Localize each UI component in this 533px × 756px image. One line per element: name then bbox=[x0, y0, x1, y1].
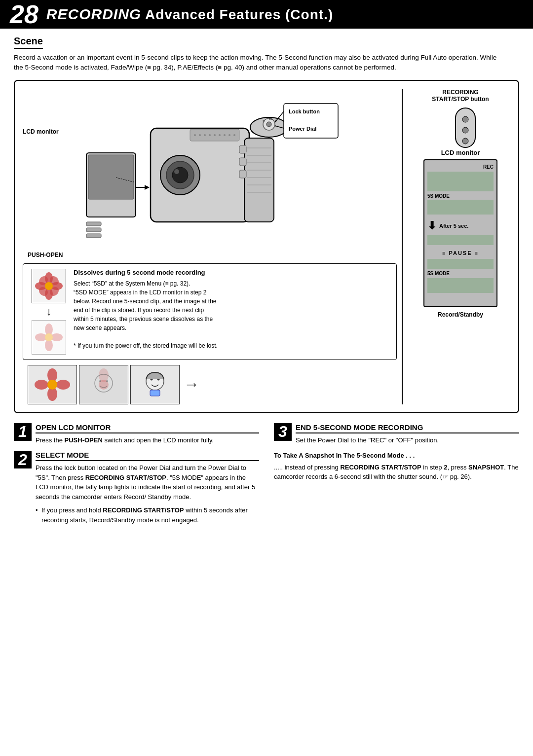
step-3: 3 END 5-SECOND MODE RECORDING Set the Po… bbox=[274, 423, 519, 445]
diagram-right: RECORDING START/STOP button LCD monitor … bbox=[402, 89, 510, 404]
svg-point-65 bbox=[56, 380, 70, 390]
bottom-image-dissolve bbox=[79, 365, 128, 404]
svg-marker-5 bbox=[145, 185, 150, 190]
camcorder-svg: S 5S A T Lock button Power Dial bbox=[23, 89, 397, 256]
page-header: 28 RECORDING Advanced Features (Cont.) bbox=[0, 0, 533, 29]
svg-rect-4 bbox=[86, 234, 101, 238]
step-3-content: END 5-SECOND MODE RECORDING Set the Powe… bbox=[296, 423, 519, 445]
dissolve-arrow: ↓ bbox=[46, 305, 52, 318]
lcd-gray-block-4 bbox=[427, 259, 494, 269]
bottom-image-flower bbox=[28, 365, 77, 404]
recording-label-area: RECORDING START/STOP button bbox=[411, 89, 510, 104]
step-1-title: OPEN LCD MONITOR bbox=[36, 423, 259, 433]
svg-point-21 bbox=[199, 134, 201, 136]
svg-point-79 bbox=[462, 138, 468, 144]
lcd-panel: REC 5S MODE ⬇ After 5 sec. ≡ PAUSE ≡ 5S … bbox=[423, 159, 497, 307]
lcd-5smode-bottom: 5S MODE bbox=[427, 271, 494, 276]
svg-point-78 bbox=[462, 127, 468, 133]
steps-container: 1 OPEN LCD MONITOR Press the PUSH-OPEN s… bbox=[14, 423, 519, 531]
after-5sec-label: After 5 sec. bbox=[439, 223, 468, 229]
rec-button-graphic bbox=[446, 106, 475, 145]
step-1-number: 1 bbox=[14, 423, 32, 441]
dissolves-note: * If you turn the power off, the stored … bbox=[74, 342, 218, 349]
svg-point-77 bbox=[462, 116, 468, 122]
svg-point-38 bbox=[266, 122, 271, 127]
step-2-title: SELECT MODE bbox=[36, 451, 259, 461]
dissolves-line1: Select “5SD” at the System Menu (≡ pg. 3… bbox=[74, 280, 190, 287]
bottom-images-row: → bbox=[23, 365, 199, 404]
step-3-number: 3 bbox=[274, 423, 292, 441]
dissolves-line3: below. Record one 5-second clip, and the… bbox=[74, 298, 217, 305]
dissolves-box: ↓ Dissolves during 5 second mode bbox=[23, 263, 397, 360]
svg-text:Lock button: Lock button bbox=[289, 108, 320, 114]
svg-point-70 bbox=[99, 380, 101, 382]
svg-point-27 bbox=[228, 134, 230, 136]
record-standby-label: Record/Standby bbox=[411, 311, 510, 318]
lcd-pause-text: ≡ PAUSE ≡ bbox=[427, 250, 494, 256]
dissolves-text-area: Dissolves during 5 second mode recording… bbox=[74, 269, 390, 355]
svg-rect-1 bbox=[88, 155, 134, 199]
diagram-box: LCD monitor bbox=[14, 80, 519, 413]
steps-left: 1 OPEN LCD MONITOR Press the PUSH-OPEN s… bbox=[14, 423, 259, 531]
step-1-content: OPEN LCD MONITOR Press the PUSH-OPEN swi… bbox=[36, 423, 259, 445]
step-1-body: Press the PUSH-OPEN switch and open the … bbox=[36, 435, 259, 445]
lcd-gray-block-3 bbox=[427, 235, 494, 245]
svg-point-20 bbox=[194, 134, 196, 136]
svg-rect-29 bbox=[239, 145, 246, 153]
step-2-body: Press the lock button located on the Pow… bbox=[36, 463, 259, 502]
lcd-monitor-right-label: LCD monitor bbox=[411, 149, 510, 156]
svg-point-66 bbox=[47, 380, 57, 390]
dissolves-body: Select “5SD” at the System Menu (≡ pg. 3… bbox=[74, 279, 390, 350]
snapshot-body: ..... instead of pressing RECORDING STAR… bbox=[274, 463, 519, 482]
svg-point-25 bbox=[219, 134, 221, 136]
arrow-right-indicator: → bbox=[184, 375, 199, 394]
flower-image-faded bbox=[32, 320, 66, 355]
lcd-after-5sec: ⬇ After 5 sec. bbox=[427, 219, 494, 232]
svg-rect-30 bbox=[239, 158, 246, 166]
svg-text:S: S bbox=[263, 120, 265, 123]
lcd-gray-block-5 bbox=[427, 278, 494, 293]
lcd-gray-block-1 bbox=[427, 172, 494, 191]
dissolves-line2: “5SD MODE” appears in the LCD monitor in… bbox=[74, 289, 206, 296]
recording-start-stop-text: RECORDING START/STOP button bbox=[411, 89, 510, 103]
diagram-left: LCD monitor bbox=[23, 89, 397, 404]
flower-image-top bbox=[32, 269, 66, 303]
header-title-regular: Advanced Features (Cont.) bbox=[141, 7, 333, 22]
step-1: 1 OPEN LCD MONITOR Press the PUSH-OPEN s… bbox=[14, 423, 259, 445]
snapshot-title: To Take A Snapshot In The 5-Second Mode … bbox=[274, 451, 519, 461]
svg-point-28 bbox=[233, 134, 235, 136]
camcorder-area: S 5S A T Lock button Power Dial bbox=[23, 89, 397, 256]
bottom-image-character bbox=[130, 365, 180, 404]
svg-point-22 bbox=[204, 134, 206, 136]
step-2-bullet: If you press and hold RECORDING START/ST… bbox=[36, 505, 259, 525]
recording-label: RECORDING START/STOP button bbox=[411, 89, 510, 103]
svg-point-23 bbox=[209, 134, 211, 136]
step-2-content: SELECT MODE Press the lock button locate… bbox=[36, 451, 259, 525]
lcd-5smode-top: 5S MODE bbox=[427, 193, 494, 199]
svg-rect-75 bbox=[150, 390, 160, 396]
svg-rect-3 bbox=[86, 228, 101, 232]
svg-point-24 bbox=[214, 134, 216, 136]
svg-point-64 bbox=[35, 380, 48, 390]
header-title-italic: RECORDING bbox=[46, 6, 141, 22]
svg-rect-11 bbox=[244, 138, 274, 222]
steps-right: 3 END 5-SECOND MODE RECORDING Set the Po… bbox=[274, 423, 519, 531]
lcd-rec-text: REC bbox=[427, 164, 494, 170]
header-title: RECORDING Advanced Features (Cont.) bbox=[46, 6, 333, 23]
svg-point-10 bbox=[174, 169, 179, 174]
dissolves-line5: within 5 minutes, the previous scene dis… bbox=[74, 316, 213, 323]
step-3-title: END 5-SECOND MODE RECORDING bbox=[296, 423, 519, 433]
svg-text:Power Dial: Power Dial bbox=[289, 126, 316, 132]
svg-point-26 bbox=[224, 134, 226, 136]
scene-heading: Scene bbox=[14, 36, 43, 49]
svg-text:5S: 5S bbox=[269, 117, 272, 120]
svg-point-54 bbox=[45, 282, 53, 290]
step-3-body: Set the Power Dial to the "REC" or "OFF"… bbox=[296, 435, 519, 445]
dissolves-line4: end of the clip is stored. If you record… bbox=[74, 307, 204, 314]
snapshot-note: To Take A Snapshot In The 5-Second Mode … bbox=[274, 451, 519, 482]
step-2-number: 2 bbox=[14, 451, 32, 468]
svg-point-60 bbox=[45, 333, 53, 341]
page-number: 28 bbox=[10, 1, 38, 27]
svg-rect-31 bbox=[239, 170, 246, 178]
push-open-label: PUSH-OPEN bbox=[28, 252, 63, 258]
